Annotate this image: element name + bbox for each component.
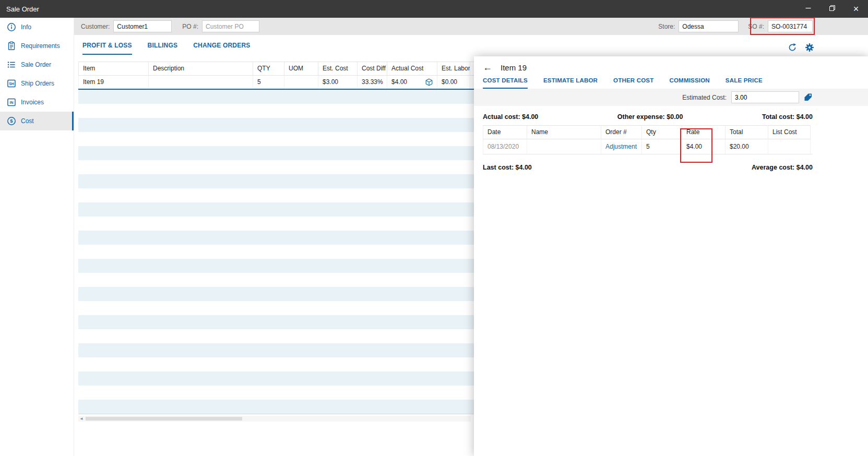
cost-summary-row: Actual cost: $4.00 Other expense: $0.00 …	[483, 113, 813, 121]
main-col-qty[interactable]: QTY	[253, 62, 284, 76]
sidebar-item-requirements[interactable]: Requirements	[0, 37, 74, 55]
so-number-input[interactable]	[768, 20, 813, 32]
back-button[interactable]: ←	[483, 63, 492, 72]
maximize-button[interactable]	[820, 0, 844, 18]
tab-change-orders[interactable]: CHANGE ORDERS	[193, 42, 250, 55]
sidebar: InfoRequirementsSale OrderSHShip OrdersI…	[0, 18, 74, 456]
sidebar-item-label: Cost	[21, 117, 34, 125]
cost-cell-rate: $4.00	[682, 139, 726, 154]
cost-col-total[interactable]: Total	[726, 125, 768, 139]
window-titlebar: Sale Order ×	[0, 0, 868, 18]
cell-est-labor: $0.00	[437, 76, 470, 89]
cost-col-list-cost[interactable]: List Cost	[768, 125, 811, 139]
item-detail-panel: ← Item 19 COST DETAILSESTIMATE LABOROTHE…	[474, 56, 868, 456]
sidebar-item-info[interactable]: Info	[0, 18, 74, 37]
window-controls: ×	[796, 0, 868, 18]
gear-icon[interactable]	[805, 43, 814, 52]
tag-icon[interactable]	[804, 93, 813, 102]
sidebar-item-label: Sale Order	[21, 61, 51, 68]
panel-tab-estimate-labor[interactable]: ESTIMATE LABOR	[543, 77, 598, 89]
cell-value: $3.00	[323, 76, 338, 89]
main-col-est-labor[interactable]: Est. Labor	[437, 62, 470, 76]
main-col-item[interactable]: Item	[78, 62, 149, 76]
main-col-uom[interactable]: UOM	[284, 62, 318, 76]
cost-col-order[interactable]: Order #	[601, 125, 642, 139]
main-col-cost-diff[interactable]: Cost Diff	[358, 62, 387, 76]
main-col-est-cost[interactable]: Est. Cost	[318, 62, 358, 76]
scroll-left-icon[interactable]: ◄	[78, 416, 84, 421]
requirements-icon	[7, 41, 16, 51]
cost-col-rate[interactable]: Rate	[682, 125, 726, 139]
close-button[interactable]: ×	[844, 0, 868, 18]
svg-text:$: $	[10, 118, 13, 124]
restore-icon	[829, 5, 835, 13]
sidebar-item-invoices[interactable]: INInvoices	[0, 93, 74, 112]
invoices-icon: IN	[7, 98, 16, 107]
so-number-field-group: SO #:	[748, 20, 813, 32]
actual-cost-summary: Actual cost: $4.00	[483, 113, 538, 121]
panel-tab-other-cost[interactable]: OTHER COST	[613, 77, 653, 89]
svg-text:IN: IN	[10, 101, 14, 104]
cell-uom	[284, 76, 318, 89]
minimize-icon	[805, 5, 811, 13]
cost-icon: $	[7, 116, 16, 126]
close-icon: ×	[853, 4, 859, 14]
so-number-label: SO #:	[748, 23, 764, 30]
sidebar-item-sale-order[interactable]: Sale Order	[0, 55, 74, 74]
panel-tab-cost-details[interactable]: COST DETAILS	[483, 77, 528, 89]
sidebar-item-ship-orders[interactable]: SHShip Orders	[0, 74, 74, 93]
panel-body: Actual cost: $4.00 Other expense: $0.00 …	[474, 113, 868, 171]
po-label: PO #:	[182, 23, 198, 30]
main-col-description[interactable]: Description	[149, 62, 253, 76]
cost-table-row[interactable]: 08/13/2020Adjustment5$4.00$20.00	[483, 139, 813, 154]
po-input[interactable]	[202, 20, 259, 32]
sidebar-item-cost[interactable]: $Cost	[0, 112, 74, 130]
panel-tabs: COST DETAILSESTIMATE LABOROTHER COSTCOMM…	[474, 75, 868, 89]
estimated-cost-label: Estimated Cost:	[682, 94, 727, 101]
package-icon[interactable]	[425, 78, 433, 86]
scrollbar-thumb[interactable]	[86, 417, 242, 421]
estimated-cost-input[interactable]	[731, 91, 799, 103]
sale-order-icon	[7, 60, 16, 69]
store-input[interactable]	[679, 20, 739, 32]
refresh-icon[interactable]	[788, 43, 797, 52]
panel-header: ← Item 19	[474, 56, 868, 75]
po-field-group: PO #:	[182, 20, 259, 32]
info-icon	[7, 22, 16, 32]
cost-footer-row: Last cost: $4.00 Average cost: $4.00	[483, 164, 813, 171]
cell-est-cost: $3.00	[318, 76, 358, 89]
cell-cost-diff: 33.33%	[358, 76, 387, 89]
cost-table-header-row: DateNameOrder #QtyRateTotalList Cost	[483, 125, 813, 139]
customer-label: Customer:	[81, 23, 110, 30]
main-col-actual-cost[interactable]: Actual Cost	[387, 62, 437, 76]
cost-col-name[interactable]: Name	[527, 125, 601, 139]
tab-profit-loss[interactable]: PROFIT & LOSS	[82, 42, 132, 55]
panel-tab-sale-price[interactable]: SALE PRICE	[726, 77, 763, 89]
svg-text:SH: SH	[9, 82, 14, 86]
cell-value: $0.00	[442, 76, 457, 89]
store-field-group: Store:	[658, 20, 739, 32]
cell-value: 5	[257, 76, 261, 89]
cost-col-qty[interactable]: Qty	[642, 125, 682, 139]
horizontal-scrollbar[interactable]: ◄	[78, 416, 471, 422]
customer-input[interactable]	[113, 20, 172, 32]
other-expense-summary: Other expense: $0.00	[538, 113, 762, 121]
cost-cell-list-cost	[768, 139, 811, 154]
sidebar-item-label: Invoices	[21, 99, 44, 106]
cell-description	[149, 76, 253, 89]
estimated-cost-row: Estimated Cost:	[474, 89, 868, 106]
cost-details-table: DateNameOrder #QtyRateTotalList Cost 08/…	[483, 125, 813, 154]
tab-billings[interactable]: BILLINGS	[148, 42, 178, 55]
total-cost-summary: Total cost: $4.00	[762, 113, 813, 121]
store-label: Store:	[658, 23, 675, 30]
cost-cell-date: 08/13/2020	[483, 139, 527, 154]
minimize-button[interactable]	[796, 0, 820, 18]
window-title: Sale Order	[0, 5, 39, 13]
cost-col-date[interactable]: Date	[483, 125, 527, 139]
panel-tab-commission[interactable]: COMMISSION	[669, 77, 709, 89]
cost-cell-name	[527, 139, 601, 154]
ship-orders-icon: SH	[7, 79, 16, 88]
cell-value: 33.33%	[362, 76, 383, 89]
panel-title: Item 19	[501, 63, 527, 72]
cost-cell-order[interactable]: Adjustment	[601, 139, 642, 154]
